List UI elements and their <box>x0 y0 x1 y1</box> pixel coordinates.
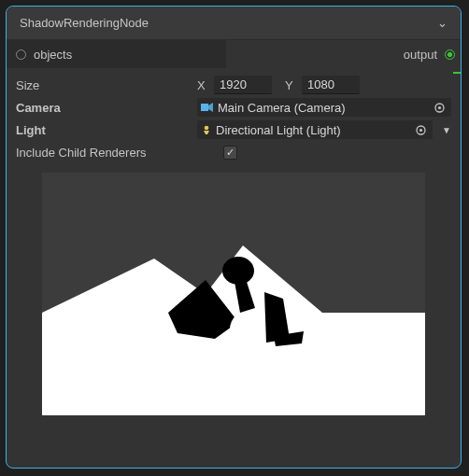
input-port-objects[interactable]: objects <box>7 40 226 68</box>
light-value: Directional Light (Light) <box>216 123 341 137</box>
include-children-checkbox[interactable]: ✓ <box>223 146 237 160</box>
svg-rect-0 <box>201 104 208 111</box>
chevron-down-icon[interactable]: ⌄ <box>437 16 448 30</box>
size-row: Size X Y <box>16 74 451 96</box>
camera-row: Camera Main Camera (Camera) <box>16 96 451 119</box>
size-label: Size <box>16 78 193 92</box>
node-body: Size X Y Camera Main Camera (Camera) Lig… <box>7 68 461 425</box>
svg-point-3 <box>205 126 209 131</box>
object-picker-icon[interactable] <box>431 102 448 114</box>
input-port-label: objects <box>34 48 72 62</box>
svg-point-5 <box>419 128 421 131</box>
port-dot-icon <box>16 49 26 60</box>
output-wire <box>453 72 462 74</box>
x-label: X <box>197 78 210 92</box>
camera-value: Main Camera (Camera) <box>218 101 346 115</box>
svg-point-2 <box>437 105 440 108</box>
camera-icon <box>201 103 214 112</box>
light-row: Light Directional Light (Light) ▼ <box>16 119 451 141</box>
port-dot-icon <box>445 49 455 60</box>
include-children-label: Include Child Renderers <box>16 146 203 160</box>
light-icon <box>201 124 212 135</box>
size-x-input[interactable] <box>214 76 272 94</box>
y-label: Y <box>285 78 298 92</box>
port-row: objects output <box>7 40 461 68</box>
svg-point-8 <box>222 257 254 285</box>
node-title: ShadowRenderingNode <box>20 16 149 30</box>
dropdown-caret-icon[interactable]: ▼ <box>442 125 451 135</box>
size-y-input[interactable] <box>302 76 360 94</box>
render-preview <box>42 173 425 415</box>
output-port[interactable]: output <box>226 40 461 68</box>
include-children-row: Include Child Renderers ✓ <box>16 141 451 163</box>
object-picker-icon[interactable] <box>412 124 429 136</box>
camera-label: Camera <box>16 101 193 115</box>
output-port-label: output <box>404 48 437 62</box>
light-field[interactable]: Directional Light (Light) <box>197 120 433 139</box>
node-header[interactable]: ShadowRenderingNode ⌄ <box>7 7 461 40</box>
shadow-rendering-node: ShadowRenderingNode ⌄ objects output Siz… <box>6 6 462 469</box>
preview-image <box>42 173 425 415</box>
light-label: Light <box>16 123 193 137</box>
camera-field[interactable]: Main Camera (Camera) <box>197 98 451 117</box>
